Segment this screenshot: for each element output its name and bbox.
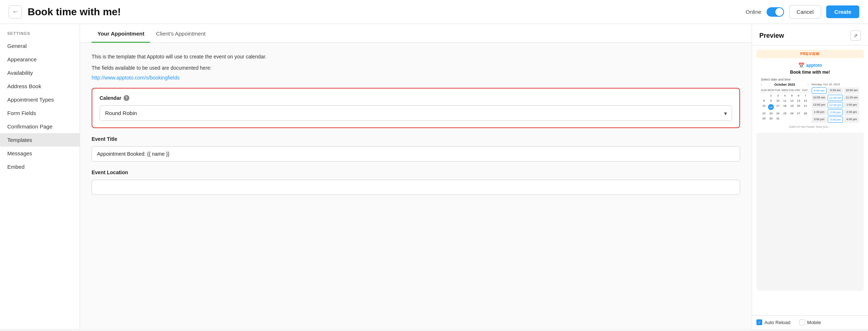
cal-cell[interactable]: 12 xyxy=(789,98,795,103)
sidebar-item-templates[interactable]: Templates xyxy=(0,133,80,147)
cal-cell[interactable]: 5 xyxy=(789,93,795,98)
cal-cell[interactable]: 26 xyxy=(789,111,795,116)
time-slot[interactable]: 1:30 pm xyxy=(812,109,827,115)
cal-cell[interactable]: 14 xyxy=(802,98,809,103)
event-location-label: Event Location xyxy=(92,169,740,175)
prev-month-icon[interactable]: ‹ xyxy=(761,83,762,86)
time-slot[interactable]: 11:00 am xyxy=(828,95,843,101)
cal-cell[interactable]: 15 xyxy=(761,103,767,111)
page-title: Book time with me! xyxy=(28,6,740,18)
time-slot[interactable]: 12:30 pm xyxy=(828,102,843,108)
cal-cell[interactable] xyxy=(761,93,767,98)
cal-cell[interactable]: 30 xyxy=(768,116,775,121)
cal-cell[interactable]: 17 xyxy=(775,103,781,111)
cal-cell[interactable]: 7 xyxy=(802,93,809,98)
cal-cell[interactable]: 22 xyxy=(761,111,767,116)
sidebar-item-appointment-types[interactable]: Appointment Types xyxy=(0,93,80,106)
cal-cell xyxy=(789,116,795,121)
sidebar-item-form-fields[interactable]: Form Fields xyxy=(0,106,80,120)
preview-select-date-label: Select date and time xyxy=(761,78,859,81)
calendar-help-icon[interactable]: ? xyxy=(124,95,129,101)
cal-cell[interactable]: 23 xyxy=(768,111,775,116)
time-slot[interactable]: 1:00 pm xyxy=(844,102,859,108)
cal-header-wed: WED xyxy=(781,88,788,93)
event-location-input[interactable] xyxy=(92,180,740,195)
preview-timezone: (GMT-07:00) Pacific Time (US ... xyxy=(761,125,859,128)
time-slot[interactable]: 3:00 pm xyxy=(812,117,827,123)
cal-cell[interactable]: 20 xyxy=(795,103,802,111)
sidebar: SETTINGS General Appearance Availability… xyxy=(0,24,80,329)
cal-cell[interactable]: 28 xyxy=(802,111,809,116)
cal-header-thu: THU xyxy=(789,88,795,93)
external-link-button[interactable]: ⇗ xyxy=(851,30,861,41)
back-button[interactable]: ← xyxy=(9,5,22,19)
header: ← Book time with me! Online Cancel Creat… xyxy=(0,0,868,24)
external-link-icon: ⇗ xyxy=(853,33,858,38)
time-slot[interactable]: 10:55 am xyxy=(812,95,827,101)
event-title-input[interactable] xyxy=(92,146,740,162)
calendar-label: Calendar ? xyxy=(100,95,732,101)
cal-cell[interactable]: 9 xyxy=(768,98,775,103)
cal-cell xyxy=(781,116,788,121)
cal-cell[interactable]: 31 xyxy=(775,116,781,121)
preview-panel: Preview ⇗ PREVIEW 📅 apptoto Book time wi… xyxy=(752,24,868,329)
time-slot[interactable]: 2:30 pm xyxy=(844,109,859,115)
time-slot[interactable]: 4:00 pm xyxy=(844,117,859,123)
calendar-select[interactable]: Round Robin Primary Calendar Work Calend… xyxy=(100,105,732,121)
cal-cell[interactable]: 4 xyxy=(781,93,788,98)
sidebar-item-availability[interactable]: Availability xyxy=(0,66,80,79)
cal-cell[interactable]: 18 xyxy=(781,103,788,111)
cal-selected-date[interactable]: 16 xyxy=(768,104,774,110)
time-slot[interactable]: 9:30 am xyxy=(828,87,843,94)
cal-cell[interactable]: 2 xyxy=(768,93,775,98)
online-toggle[interactable] xyxy=(767,7,784,17)
cal-cell[interactable]: 19 xyxy=(789,103,795,111)
preview-logo-text: apptoto xyxy=(806,63,822,68)
mobile-checkbox[interactable] xyxy=(799,319,805,325)
sidebar-item-embed[interactable]: Embed xyxy=(0,160,80,173)
tab-clients-appointment[interactable]: Client's Appointment xyxy=(150,24,211,43)
time-slot[interactable]: 11:25 am xyxy=(844,95,859,101)
next-month-icon[interactable]: › xyxy=(808,83,809,86)
sidebar-item-address-book[interactable]: Address Book xyxy=(0,79,80,93)
cal-cell[interactable]: 21 xyxy=(802,103,809,111)
cal-cell[interactable]: 27 xyxy=(795,111,802,116)
cal-cell[interactable]: 6 xyxy=(795,93,802,98)
cal-cell[interactable]: 29 xyxy=(761,116,767,121)
time-slot[interactable]: 9:00 am xyxy=(812,87,827,94)
cal-cell[interactable]: 11 xyxy=(781,98,788,103)
online-label: Online xyxy=(746,9,761,15)
toggle-knob xyxy=(775,8,783,16)
cal-cell-selected[interactable]: 16 xyxy=(768,103,775,111)
cal-cell[interactable]: 3 xyxy=(775,93,781,98)
time-slot[interactable]: 10:00 am xyxy=(844,87,859,94)
sidebar-item-general[interactable]: General xyxy=(0,39,80,53)
time-slot[interactable]: 3:30 pm xyxy=(828,117,843,123)
preview-iframe: PREVIEW 📅 apptoto Book time with me! Sel… xyxy=(756,50,864,291)
booking-fields-link[interactable]: http://www.apptoto.com/s/bookingfields xyxy=(92,75,180,81)
auto-reload-label[interactable]: Auto Reload xyxy=(756,319,791,325)
cancel-button[interactable]: Cancel xyxy=(789,5,821,19)
cal-cell[interactable]: 24 xyxy=(775,111,781,116)
auto-reload-checkbox[interactable] xyxy=(756,319,762,325)
tab-your-appointment[interactable]: Your Appointment xyxy=(92,24,150,43)
cal-header-sat: SAT xyxy=(802,88,809,93)
cal-cell[interactable]: 8 xyxy=(761,98,767,103)
description-text-2: The fields available to be used are docu… xyxy=(92,64,740,72)
preview-header: Preview ⇗ xyxy=(752,24,868,45)
cal-cell[interactable]: 10 xyxy=(775,98,781,103)
cal-cell[interactable]: 25 xyxy=(781,111,788,116)
time-slot[interactable]: 12:00 pm xyxy=(812,102,827,108)
sidebar-item-messages[interactable]: Messages xyxy=(0,147,80,160)
preview-calendar-header: ‹ October 2023 › xyxy=(761,83,809,86)
event-title-group: Event Title xyxy=(92,136,740,162)
create-button[interactable]: Create xyxy=(826,5,859,18)
description-text-1: This is the template that Apptoto will u… xyxy=(92,53,740,61)
cal-cell[interactable]: 13 xyxy=(795,98,802,103)
tabs-bar: Your Appointment Client's Appointment xyxy=(80,24,752,43)
preview-top-bar-label: PREVIEW xyxy=(756,50,864,58)
sidebar-item-confirmation-page[interactable]: Confirmation Page xyxy=(0,120,80,133)
mobile-label[interactable]: Mobile xyxy=(799,319,821,325)
sidebar-item-appearance[interactable]: Appearance xyxy=(0,53,80,66)
time-slot[interactable]: 2:00 pm xyxy=(828,109,843,115)
